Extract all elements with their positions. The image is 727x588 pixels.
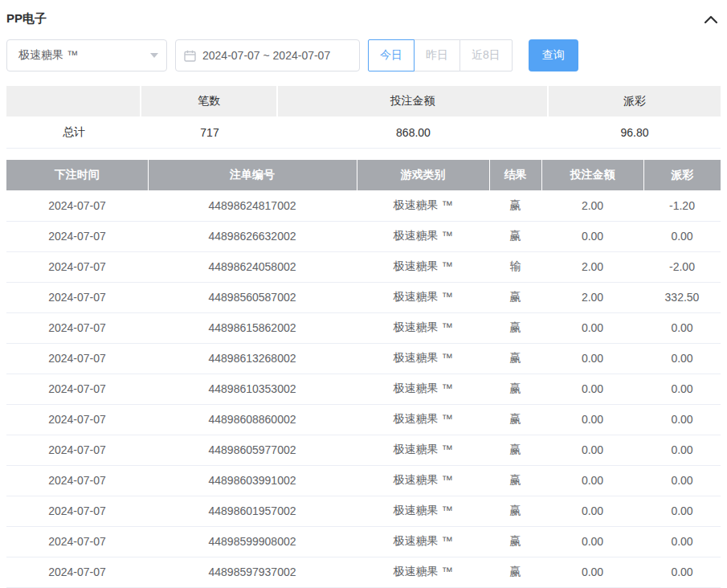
cell-payout: 332.50 (643, 282, 721, 312)
quick-button-yesterday[interactable]: 昨日 (414, 39, 460, 71)
cell-bet: 2.00 (541, 190, 643, 221)
cell-order-id: 44898601957002 (148, 496, 357, 526)
cell-order-id: 44898608860002 (148, 404, 357, 435)
cell-game: 极速糖果 ™ (357, 404, 489, 435)
cell-order-id: 44898624817002 (148, 190, 357, 221)
table-row: 2024-07-07 44898560587002 极速糖果 ™ 赢 2.00 … (6, 282, 721, 312)
cell-bet: 0.00 (541, 221, 643, 251)
cell-order-id: 44898626632002 (148, 221, 357, 251)
cell-time: 2024-07-07 (6, 190, 148, 221)
cell-time: 2024-07-07 (6, 557, 148, 587)
table-row: 2024-07-07 44898603991002 极速糖果 ™ 赢 0.00 … (6, 465, 721, 496)
table-row: 2024-07-07 44898597937002 极速糖果 ™ 赢 0.00 … (6, 557, 721, 587)
cell-bet: 0.00 (541, 557, 643, 587)
summary-total-payout: 96.80 (549, 116, 721, 148)
cell-game: 极速糖果 ™ (357, 435, 489, 465)
cell-game: 极速糖果 ™ (357, 312, 489, 343)
cell-order-id: 44898613268002 (148, 343, 357, 374)
caret-down-icon (150, 53, 158, 58)
cell-payout: 0.00 (643, 221, 721, 251)
cell-result: 赢 (489, 190, 541, 221)
table-row: 2024-07-07 44898613268002 极速糖果 ™ 赢 0.00 … (6, 343, 721, 374)
summary-header-count: 笔数 (141, 86, 278, 116)
cell-time: 2024-07-07 (6, 374, 148, 404)
column-header-bet: 投注金额 (541, 160, 643, 190)
chevron-up-icon (705, 15, 717, 23)
column-header-payout: 派彩 (643, 160, 721, 190)
cell-payout: 0.00 (643, 374, 721, 404)
quick-button-last8days[interactable]: 近8日 (459, 39, 513, 71)
cell-bet: 0.00 (541, 526, 643, 557)
column-header-result: 结果 (489, 160, 541, 190)
summary-total-bet-amount: 868.00 (278, 116, 549, 148)
cell-result: 赢 (489, 404, 541, 435)
column-header-game: 游戏类别 (357, 160, 489, 190)
cell-result: 赢 (489, 465, 541, 496)
cell-time: 2024-07-07 (6, 435, 148, 465)
cell-bet: 0.00 (541, 374, 643, 404)
search-button[interactable]: 查询 (529, 39, 578, 71)
cell-result: 赢 (489, 496, 541, 526)
cell-game: 极速糖果 ™ (357, 221, 489, 251)
cell-time: 2024-07-07 (6, 496, 148, 526)
column-header-order-id: 注单编号 (148, 160, 357, 190)
cell-game: 极速糖果 ™ (357, 496, 489, 526)
cell-payout: 0.00 (643, 435, 721, 465)
report-panel: PP电子 极速糖果 ™ (0, 0, 727, 588)
cell-result: 赢 (489, 312, 541, 343)
cell-payout: 0.00 (643, 557, 721, 587)
filter-bar: 极速糖果 ™ 2024-07-07 ~ 2024-07-07 今日 昨日 (6, 39, 721, 71)
cell-time: 2024-07-07 (6, 251, 148, 282)
cell-order-id: 44898605977002 (148, 435, 357, 465)
cell-time: 2024-07-07 (6, 343, 148, 374)
cell-payout: 0.00 (643, 465, 721, 496)
cell-game: 极速糖果 ™ (357, 251, 489, 282)
cell-result: 输 (489, 251, 541, 282)
cell-result: 赢 (489, 435, 541, 465)
cell-game: 极速糖果 ™ (357, 526, 489, 557)
cell-order-id: 44898560587002 (148, 282, 357, 312)
cell-payout: -1.20 (643, 190, 721, 221)
cell-payout: 0.00 (643, 404, 721, 435)
cell-order-id: 44898615862002 (148, 312, 357, 343)
table-row: 2024-07-07 44898624058002 极速糖果 ™ 输 2.00 … (6, 251, 721, 282)
bet-table-header: 下注时间 注单编号 游戏类别 结果 投注金额 派彩 (6, 160, 721, 190)
summary-total-label: 总计 (6, 116, 141, 148)
cell-bet: 0.00 (541, 435, 643, 465)
date-range-picker[interactable]: 2024-07-07 ~ 2024-07-07 (175, 39, 360, 71)
summary-table: 笔数 投注金额 派彩 总计 717 868.00 96.80 (6, 86, 721, 149)
table-row: 2024-07-07 44898624817002 极速糖果 ™ 赢 2.00 … (6, 190, 721, 221)
summary-header-blank (6, 86, 141, 116)
quick-button-today[interactable]: 今日 (368, 39, 415, 71)
cell-result: 赢 (489, 374, 541, 404)
summary-header-payout: 派彩 (549, 86, 721, 116)
cell-bet: 0.00 (541, 312, 643, 343)
cell-payout: 0.00 (643, 343, 721, 374)
cell-game: 极速糖果 ™ (357, 465, 489, 496)
table-row: 2024-07-07 44898615862002 极速糖果 ™ 赢 0.00 … (6, 312, 721, 343)
cell-payout: 0.00 (643, 312, 721, 343)
bet-table-body: 2024-07-07 44898624817002 极速糖果 ™ 赢 2.00 … (6, 190, 721, 587)
cell-time: 2024-07-07 (6, 404, 148, 435)
cell-result: 赢 (489, 282, 541, 312)
cell-game: 极速糖果 ™ (357, 374, 489, 404)
cell-payout: 0.00 (643, 496, 721, 526)
cell-game: 极速糖果 ™ (357, 282, 489, 312)
summary-total-count: 717 (141, 116, 278, 148)
cell-time: 2024-07-07 (6, 221, 148, 251)
cell-order-id: 44898597937002 (148, 557, 357, 587)
collapse-button[interactable] (703, 14, 719, 25)
game-select[interactable]: 极速糖果 ™ (6, 39, 167, 71)
table-row: 2024-07-07 44898626632002 极速糖果 ™ 赢 0.00 … (6, 221, 721, 251)
cell-bet: 0.00 (541, 496, 643, 526)
summary-header-row: 笔数 投注金额 派彩 (6, 86, 721, 116)
cell-order-id: 44898624058002 (148, 251, 357, 282)
calendar-icon (184, 50, 196, 62)
table-row: 2024-07-07 44898601957002 极速糖果 ™ 赢 0.00 … (6, 496, 721, 526)
cell-game: 极速糖果 ™ (357, 557, 489, 587)
cell-order-id: 44898610353002 (148, 374, 357, 404)
cell-time: 2024-07-07 (6, 526, 148, 557)
table-row: 2024-07-07 44898605977002 极速糖果 ™ 赢 0.00 … (6, 435, 721, 465)
quick-date-group: 今日 昨日 近8日 (368, 39, 513, 71)
game-select-value: 极速糖果 ™ (18, 48, 78, 63)
